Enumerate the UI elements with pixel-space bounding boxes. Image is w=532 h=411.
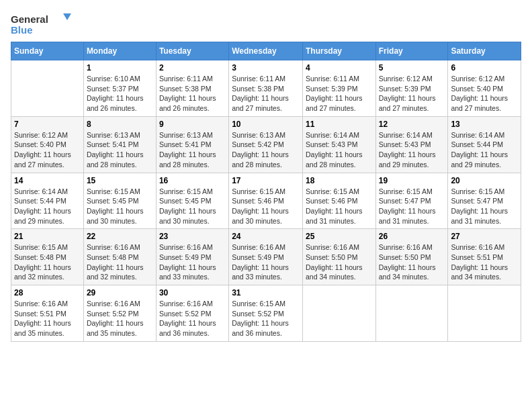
- day-number: 29: [87, 288, 153, 298]
- cell-info: Sunrise: 6:16 AMSunset: 5:51 PMDaylight:…: [14, 300, 71, 337]
- cell-info: Sunrise: 6:15 AMSunset: 5:47 PMDaylight:…: [451, 187, 508, 225]
- header-friday: Friday: [375, 42, 448, 60]
- cell-info: Sunrise: 6:15 AMSunset: 5:45 PMDaylight:…: [159, 187, 216, 225]
- day-number: 16: [159, 176, 226, 185]
- week-row-2: 7 Sunrise: 6:12 AMSunset: 5:40 PMDayligh…: [11, 116, 521, 173]
- day-number: 23: [159, 232, 226, 241]
- day-number: 22: [87, 232, 153, 241]
- calendar-cell: 10 Sunrise: 6:13 AMSunset: 5:42 PMDaylig…: [229, 116, 303, 173]
- day-number: 25: [306, 232, 373, 241]
- cell-info: Sunrise: 6:15 AMSunset: 5:45 PMDaylight:…: [87, 187, 144, 225]
- svg-marker-2: [63, 13, 71, 20]
- calendar-table: SundayMondayTuesdayWednesdayThursdayFrid…: [11, 42, 521, 342]
- day-number: 9: [159, 120, 226, 129]
- cell-info: Sunrise: 6:14 AMSunset: 5:43 PMDaylight:…: [306, 131, 363, 169]
- calendar-cell: [11, 60, 84, 117]
- day-number: 5: [379, 63, 445, 73]
- day-number: 26: [379, 232, 445, 241]
- cell-info: Sunrise: 6:12 AMSunset: 5:39 PMDaylight:…: [379, 75, 436, 112]
- cell-info: Sunrise: 6:12 AMSunset: 5:40 PMDaylight:…: [451, 75, 508, 112]
- logo-svg: General Blue: [11, 11, 71, 36]
- calendar-cell: 13 Sunrise: 6:14 AMSunset: 5:44 PMDaylig…: [448, 116, 521, 173]
- cell-info: Sunrise: 6:13 AMSunset: 5:41 PMDaylight:…: [159, 131, 216, 169]
- day-number: 28: [14, 288, 81, 298]
- cell-info: Sunrise: 6:14 AMSunset: 5:43 PMDaylight:…: [379, 131, 436, 169]
- day-number: 7: [14, 120, 81, 129]
- calendar-cell: 29 Sunrise: 6:16 AMSunset: 5:52 PMDaylig…: [83, 285, 156, 342]
- day-number: 12: [379, 120, 445, 129]
- cell-info: Sunrise: 6:16 AMSunset: 5:49 PMDaylight:…: [232, 243, 289, 281]
- cell-info: Sunrise: 6:15 AMSunset: 5:46 PMDaylight:…: [306, 187, 363, 225]
- calendar-cell: 17 Sunrise: 6:15 AMSunset: 5:46 PMDaylig…: [229, 173, 303, 229]
- day-number: 11: [306, 120, 373, 129]
- cell-info: Sunrise: 6:15 AMSunset: 5:47 PMDaylight:…: [379, 187, 436, 225]
- day-number: 24: [232, 232, 300, 241]
- calendar-cell: 23 Sunrise: 6:16 AMSunset: 5:49 PMDaylig…: [156, 229, 228, 285]
- header-wednesday: Wednesday: [229, 42, 303, 60]
- header-thursday: Thursday: [302, 42, 375, 60]
- day-number: 18: [306, 176, 373, 185]
- calendar-cell: 18 Sunrise: 6:15 AMSunset: 5:46 PMDaylig…: [302, 173, 375, 229]
- cell-info: Sunrise: 6:16 AMSunset: 5:48 PMDaylight:…: [87, 243, 144, 281]
- day-number: 14: [14, 176, 81, 185]
- cell-info: Sunrise: 6:11 AMSunset: 5:38 PMDaylight:…: [232, 75, 289, 112]
- cell-info: Sunrise: 6:13 AMSunset: 5:41 PMDaylight:…: [87, 131, 144, 169]
- header-tuesday: Tuesday: [156, 42, 228, 60]
- header-monday: Monday: [83, 42, 156, 60]
- calendar-cell: [375, 285, 448, 342]
- calendar-cell: [302, 285, 375, 342]
- cell-info: Sunrise: 6:11 AMSunset: 5:39 PMDaylight:…: [306, 75, 363, 112]
- header-sunday: Sunday: [11, 42, 84, 60]
- calendar-cell: 15 Sunrise: 6:15 AMSunset: 5:45 PMDaylig…: [83, 173, 156, 229]
- calendar-cell: 16 Sunrise: 6:15 AMSunset: 5:45 PMDaylig…: [156, 173, 228, 229]
- day-number: 20: [451, 176, 518, 185]
- day-number: 10: [232, 120, 300, 129]
- day-number: 27: [451, 232, 518, 241]
- calendar-cell: 3 Sunrise: 6:11 AMSunset: 5:38 PMDayligh…: [229, 60, 303, 117]
- svg-text:General: General: [11, 13, 48, 25]
- calendar-cell: 30 Sunrise: 6:16 AMSunset: 5:52 PMDaylig…: [156, 285, 228, 342]
- week-row-4: 21 Sunrise: 6:15 AMSunset: 5:48 PMDaylig…: [11, 229, 521, 285]
- calendar-cell: 27 Sunrise: 6:16 AMSunset: 5:51 PMDaylig…: [448, 229, 521, 285]
- cell-info: Sunrise: 6:16 AMSunset: 5:52 PMDaylight:…: [159, 300, 216, 337]
- logo: General Blue: [11, 11, 71, 36]
- cell-info: Sunrise: 6:15 AMSunset: 5:52 PMDaylight:…: [232, 300, 289, 337]
- calendar-cell: 1 Sunrise: 6:10 AMSunset: 5:37 PMDayligh…: [83, 60, 156, 117]
- cell-info: Sunrise: 6:16 AMSunset: 5:49 PMDaylight:…: [159, 243, 216, 281]
- cell-info: Sunrise: 6:13 AMSunset: 5:42 PMDaylight:…: [232, 131, 289, 169]
- day-number: 1: [87, 63, 153, 73]
- day-number: 19: [379, 176, 445, 185]
- week-row-1: 1 Sunrise: 6:10 AMSunset: 5:37 PMDayligh…: [11, 60, 521, 117]
- calendar-cell: 25 Sunrise: 6:16 AMSunset: 5:50 PMDaylig…: [302, 229, 375, 285]
- day-number: 3: [232, 63, 300, 73]
- day-number: 30: [159, 288, 226, 298]
- day-number: 17: [232, 176, 300, 185]
- calendar-cell: 26 Sunrise: 6:16 AMSunset: 5:50 PMDaylig…: [375, 229, 448, 285]
- calendar-header-row: SundayMondayTuesdayWednesdayThursdayFrid…: [11, 42, 521, 60]
- cell-info: Sunrise: 6:14 AMSunset: 5:44 PMDaylight:…: [14, 187, 71, 225]
- calendar-cell: 22 Sunrise: 6:16 AMSunset: 5:48 PMDaylig…: [83, 229, 156, 285]
- calendar-cell: 28 Sunrise: 6:16 AMSunset: 5:51 PMDaylig…: [11, 285, 84, 342]
- calendar-cell: [448, 285, 521, 342]
- cell-info: Sunrise: 6:14 AMSunset: 5:44 PMDaylight:…: [451, 131, 508, 169]
- calendar-cell: 5 Sunrise: 6:12 AMSunset: 5:39 PMDayligh…: [375, 60, 448, 117]
- calendar-cell: 9 Sunrise: 6:13 AMSunset: 5:41 PMDayligh…: [156, 116, 228, 173]
- day-number: 31: [232, 288, 300, 298]
- week-row-5: 28 Sunrise: 6:16 AMSunset: 5:51 PMDaylig…: [11, 285, 521, 342]
- cell-info: Sunrise: 6:12 AMSunset: 5:40 PMDaylight:…: [14, 131, 71, 169]
- cell-info: Sunrise: 6:15 AMSunset: 5:46 PMDaylight:…: [232, 187, 289, 225]
- calendar-cell: 11 Sunrise: 6:14 AMSunset: 5:43 PMDaylig…: [302, 116, 375, 173]
- day-number: 21: [14, 232, 81, 241]
- calendar-cell: 7 Sunrise: 6:12 AMSunset: 5:40 PMDayligh…: [11, 116, 84, 173]
- day-number: 2: [159, 63, 226, 73]
- day-number: 13: [451, 120, 518, 129]
- calendar-cell: 8 Sunrise: 6:13 AMSunset: 5:41 PMDayligh…: [83, 116, 156, 173]
- calendar-cell: 21 Sunrise: 6:15 AMSunset: 5:48 PMDaylig…: [11, 229, 84, 285]
- calendar-cell: 2 Sunrise: 6:11 AMSunset: 5:38 PMDayligh…: [156, 60, 228, 117]
- cell-info: Sunrise: 6:15 AMSunset: 5:48 PMDaylight:…: [14, 243, 71, 281]
- calendar-cell: 24 Sunrise: 6:16 AMSunset: 5:49 PMDaylig…: [229, 229, 303, 285]
- page-header: General Blue: [11, 11, 521, 36]
- header-saturday: Saturday: [448, 42, 521, 60]
- day-number: 15: [87, 176, 153, 185]
- cell-info: Sunrise: 6:16 AMSunset: 5:50 PMDaylight:…: [379, 243, 436, 281]
